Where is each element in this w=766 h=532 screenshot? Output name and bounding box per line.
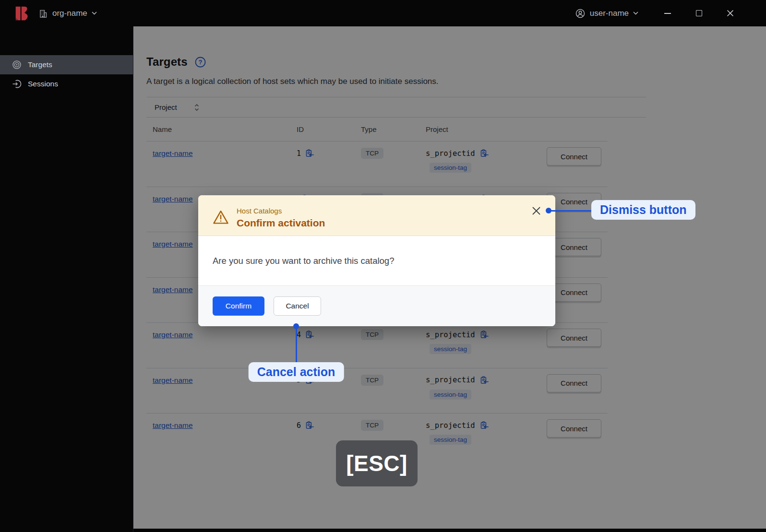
chevron-down-icon (633, 12, 638, 15)
building-icon (38, 9, 48, 18)
sidebar: Targets Sessions (0, 26, 133, 532)
warning-triangle-icon (212, 210, 229, 225)
modal-footer: Confirm Cancel (198, 285, 555, 326)
maximize-icon (696, 10, 702, 16)
dismiss-annotation-line (549, 210, 592, 212)
close-icon (727, 10, 734, 17)
modal-eyebrow: Host Catalogs (237, 207, 282, 215)
x-icon (532, 207, 540, 215)
bullseye-icon (12, 60, 22, 70)
maximize-button[interactable] (694, 9, 703, 18)
close-window-button[interactable] (726, 9, 734, 18)
cancel-annotation-line (296, 328, 297, 363)
content-panel: Targets ? A target is a logical collecti… (133, 26, 766, 529)
minimize-button[interactable] (663, 9, 672, 18)
sidebar-item-label: Sessions (28, 80, 58, 88)
sidebar-item-label: Targets (28, 60, 52, 69)
esc-key-badge: [ESC] (336, 440, 418, 486)
cancel-button[interactable]: Cancel (274, 296, 321, 316)
org-switcher[interactable]: org-name (38, 9, 97, 18)
dismiss-annotation-label: Dismiss button (591, 200, 695, 220)
org-name-label: org-name (52, 9, 87, 18)
cancel-annotation-label: Cancel action (249, 362, 344, 382)
dismiss-button[interactable] (531, 206, 541, 215)
sign-in-icon (12, 79, 22, 89)
boundary-logo-icon (12, 5, 30, 22)
sidebar-item-targets[interactable]: Targets (0, 55, 133, 74)
modal-header: Host Catalogs Confirm activation (198, 195, 555, 236)
confirm-modal: Host Catalogs Confirm activation Are you… (198, 195, 555, 326)
chevron-down-icon (92, 12, 97, 15)
modal-title: Confirm activation (237, 217, 325, 229)
top-bar: org-name user-name (0, 0, 766, 26)
minimize-icon (664, 13, 671, 14)
person-circle-icon (575, 8, 586, 19)
user-menu[interactable]: user-name (575, 8, 638, 19)
modal-message: Are you sure you want to archive this ca… (198, 236, 555, 285)
app-window: org-name user-name (0, 0, 766, 532)
sidebar-item-sessions[interactable]: Sessions (0, 74, 133, 94)
user-name-label: user-name (590, 9, 629, 18)
confirm-button[interactable]: Confirm (213, 296, 264, 316)
